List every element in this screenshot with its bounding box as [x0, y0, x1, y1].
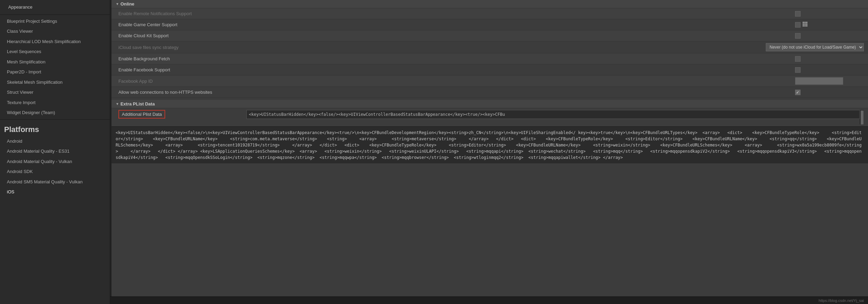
grid-icon-game-center[interactable]: [803, 22, 809, 28]
row-facebook-support: Enable Facebook Support: [112, 64, 868, 75]
settings-panel: ▼ Online Enable Remote Notifications Sup…: [112, 0, 868, 304]
label-cloud-kit: Enable Cloud Kit Support: [116, 33, 795, 38]
row-icloud-sync: iCloud save files sync strategy Never (d…: [112, 41, 868, 53]
online-section-arrow: ▼: [116, 2, 119, 6]
label-icloud-sync: iCloud save files sync strategy: [116, 45, 766, 50]
sidebar-item-android-sm5[interactable]: Android SM5 Material Quality - Vulkan: [0, 177, 110, 187]
checkbox-game-center[interactable]: [795, 22, 801, 28]
control-facebook-support: [795, 67, 864, 73]
checkbox-facebook-support[interactable]: [795, 67, 801, 73]
extra-plist-arrow: ▼: [116, 102, 119, 106]
control-facebook-app-id: [795, 77, 864, 85]
plist-scrollbar-thumb: [861, 111, 864, 124]
plist-row: Additional Plist Data: [112, 108, 868, 126]
online-section-label: Online: [120, 1, 134, 7]
code-area[interactable]: <key>UIStatusBarHidden</key><false/>\n<k…: [112, 126, 868, 163]
control-cloud-kit: [795, 33, 864, 39]
plist-value-cell: [246, 110, 864, 124]
plist-value-input[interactable]: [246, 110, 860, 119]
platforms-header: Platforms: [0, 121, 110, 136]
facebook-app-id-input[interactable]: [795, 77, 843, 85]
checkbox-cloud-kit[interactable]: [795, 33, 801, 39]
label-remote-notifications: Enable Remote Notifications Support: [116, 11, 795, 16]
checkbox-allow-web-connections[interactable]: [795, 90, 801, 95]
control-remote-notifications: [795, 11, 864, 17]
extra-plist-section-label: Extra PList Data: [120, 101, 155, 107]
sidebar-item-mesh-simplification[interactable]: Mesh Simplification: [0, 57, 110, 67]
sidebar-item-level-sequences[interactable]: Level Sequences: [0, 47, 110, 57]
additional-plist-button[interactable]: Additional Plist Data: [118, 110, 165, 119]
sidebar-item-appearance[interactable]: Appearance: [4, 2, 106, 12]
sidebar: Appearance Blueprint Project Settings Cl…: [0, 0, 110, 304]
bottom-bar: https://blog.csdn.net/Yj_sai: [112, 296, 868, 304]
label-background-fetch: Enable Background Fetch: [116, 56, 795, 61]
row-remote-notifications: Enable Remote Notifications Support: [112, 8, 868, 19]
label-facebook-support: Enable Facebook Support: [116, 67, 795, 72]
code-content: <key>UIStatusBarHidden</key><false/>\n<k…: [116, 130, 861, 160]
control-icloud-sync: Never (do not use iCloud for Load/Save G…: [766, 43, 864, 51]
sidebar-item-widget-designer[interactable]: Widget Designer (Team): [0, 108, 110, 118]
row-cloud-kit: Enable Cloud Kit Support: [112, 30, 868, 41]
sidebar-item-hierarchical-lod[interactable]: Hierarchical LOD Mesh Simplification: [0, 37, 110, 47]
sidebar-item-blueprint[interactable]: Blueprint Project Settings: [0, 16, 110, 27]
label-allow-web-connections: Allow web connections to non-HTTPS websi…: [116, 90, 795, 95]
label-facebook-app-id: Facebook App ID: [116, 79, 795, 84]
control-allow-web-connections: [795, 90, 864, 95]
checkbox-remote-notifications[interactable]: [795, 11, 801, 17]
control-background-fetch: [795, 56, 864, 62]
sidebar-item-android[interactable]: Android: [0, 136, 110, 146]
sidebar-item-android-sdk[interactable]: Android SDK: [0, 166, 110, 177]
row-game-center: Enable Game Center Support: [112, 19, 868, 30]
main-content: ▼ Online Enable Remote Notifications Sup…: [112, 0, 868, 304]
label-game-center: Enable Game Center Support: [116, 22, 795, 27]
sidebar-item-ios[interactable]: iOS: [0, 187, 110, 197]
plist-label-cell: Additional Plist Data: [116, 110, 246, 119]
icloud-sync-select[interactable]: Never (do not use iCloud for Load/Save G…: [766, 43, 864, 51]
sidebar-item-class-viewer[interactable]: Class Viewer: [0, 26, 110, 37]
row-allow-web-connections: Allow web connections to non-HTTPS websi…: [112, 87, 868, 98]
sidebar-item-android-es31[interactable]: Android Material Quality - ES31: [0, 146, 110, 156]
sidebar-item-paper2d[interactable]: Paper2D - Import: [0, 67, 110, 77]
row-facebook-app-id: Facebook App ID: [112, 75, 868, 87]
bottom-bar-url: https://blog.csdn.net/Yj_sai: [819, 298, 864, 303]
sidebar-item-struct-viewer[interactable]: Struct Viewer: [0, 87, 110, 98]
sidebar-item-texture-import[interactable]: Texture Import: [0, 98, 110, 108]
plist-scrollbar: [860, 110, 864, 124]
row-background-fetch: Enable Background Fetch: [112, 53, 868, 64]
extra-plist-section-header: ▼ Extra PList Data: [112, 100, 868, 108]
control-game-center: [795, 22, 864, 28]
online-section-header: ▼ Online: [112, 0, 868, 8]
sidebar-item-android-vulkan[interactable]: Android Material Quality - Vulkan: [0, 156, 110, 167]
checkbox-background-fetch[interactable]: [795, 56, 801, 62]
sidebar-item-skeletal-mesh[interactable]: Skeletal Mesh Simplification: [0, 77, 110, 88]
